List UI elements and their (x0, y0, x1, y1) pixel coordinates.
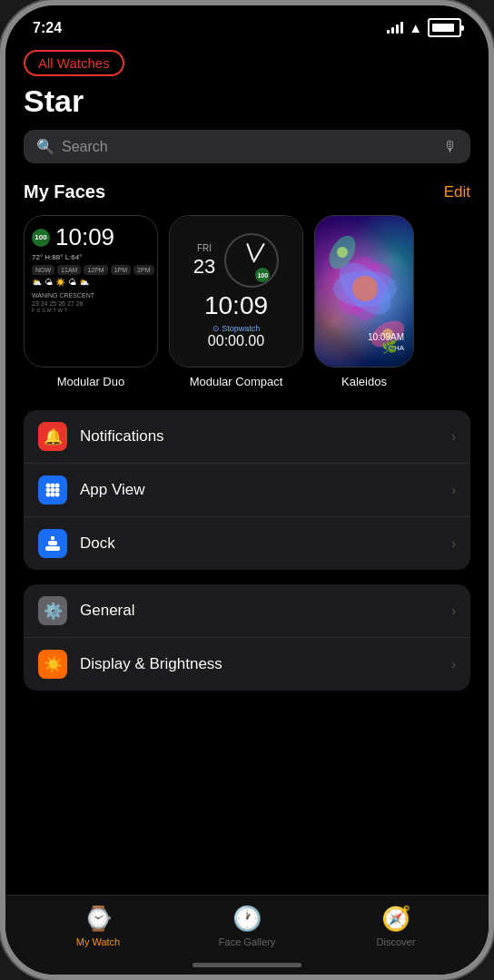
my-faces-header: My Faces Edit (24, 181, 470, 202)
settings-group-1: 🔔 Notifications › App View (24, 410, 470, 570)
mc-day: FRI (193, 243, 215, 253)
edit-button[interactable]: Edit (444, 183, 470, 201)
face-item-modular-duo[interactable]: 100 10:09 72° H:88° L:64° NOW 11AM 12PM … (24, 215, 158, 388)
all-watches-button[interactable]: All Watches (24, 50, 124, 76)
svg-point-15 (46, 493, 51, 497)
mc-complication-label: Stopwatch (222, 324, 260, 333)
general-icon: ⚙️ (38, 596, 67, 625)
discover-icon: 🧭 (381, 905, 410, 933)
status-time: 7:24 (33, 20, 62, 36)
dock-icon (38, 529, 67, 558)
modular-duo-time: 10:09 (55, 223, 114, 251)
modular-duo-badge: 100 (32, 229, 50, 247)
chevron-icon: › (451, 603, 456, 618)
mc-date: 23 (193, 255, 215, 279)
battery-icon (428, 18, 461, 37)
face-card-kaleidoscope[interactable]: 10:09AM CHA 🌿 (314, 215, 414, 368)
phone-frame: 7:24 ▲ (0, 0, 494, 980)
svg-point-11 (55, 484, 60, 488)
my-faces-title: My Faces (24, 181, 105, 202)
modular-duo-moon: WANING CRESCENT (32, 292, 150, 299)
general-label: General (80, 602, 439, 620)
wifi-icon: ▲ (409, 20, 422, 35)
face-card-modular-compact[interactable]: FRI 23 100 (169, 215, 303, 368)
chevron-icon: › (451, 429, 456, 444)
face-label-modular-duo: Modular Duo (57, 375, 124, 388)
settings-item-display-brightness[interactable]: ☀️ Display & Brightness › (24, 638, 470, 691)
tab-discover[interactable]: 🧭 Discover (321, 905, 470, 947)
svg-point-10 (51, 484, 55, 488)
svg-point-4 (352, 276, 378, 301)
face-item-kaleidoscope[interactable]: 10:09AM CHA 🌿 Kaleidos (314, 215, 414, 388)
mc-complication: ⊙ Stopwatch (212, 324, 261, 333)
settings-item-dock[interactable]: Dock › (24, 517, 470, 570)
svg-point-13 (51, 488, 55, 493)
display-brightness-icon: ☀️ (38, 650, 67, 679)
svg-rect-18 (45, 546, 60, 551)
mc-stop-time: 00:00.00 (208, 333, 264, 349)
home-indicator (193, 963, 301, 967)
kaleido-time: 10:09AM CHA 🌿 (368, 332, 404, 352)
face-card-modular-duo[interactable]: 100 10:09 72° H:88° L:64° NOW 11AM 12PM … (24, 215, 158, 368)
face-label-modular-compact: Modular Compact (190, 375, 283, 388)
my-watch-label: My Watch (76, 936, 121, 947)
settings-item-general[interactable]: ⚙️ General › (24, 584, 470, 638)
search-bar[interactable]: 🔍 Search 🎙 (24, 130, 470, 163)
app-view-label: App View (80, 481, 439, 499)
status-icons: ▲ (387, 18, 461, 37)
dock-label: Dock (80, 534, 439, 553)
notch (188, 5, 306, 31)
face-gallery-label: Face Gallery (219, 936, 275, 947)
svg-rect-19 (48, 541, 57, 545)
tab-face-gallery[interactable]: 🕐 Face Gallery (173, 905, 321, 947)
leaf-icon: 🌿 (381, 339, 397, 354)
microphone-icon[interactable]: 🎙 (443, 139, 458, 155)
signal-icon (387, 22, 403, 34)
svg-point-17 (55, 493, 60, 497)
notifications-label: Notifications (80, 427, 439, 446)
chevron-icon: › (451, 536, 456, 551)
faces-scroll: 100 10:09 72° H:88° L:64° NOW 11AM 12PM … (24, 215, 470, 388)
settings-item-notifications[interactable]: 🔔 Notifications › (24, 410, 470, 464)
page-title: Star (24, 83, 470, 119)
notifications-icon: 🔔 (38, 422, 67, 451)
search-placeholder: Search (62, 139, 436, 155)
face-gallery-icon: 🕐 (232, 905, 262, 933)
chevron-icon: › (451, 483, 456, 497)
main-content: All Watches Star 🔍 Search 🎙 My Faces Edi… (5, 43, 489, 895)
settings-group-2: ⚙️ General › ☀️ Display & Brightness › (24, 584, 470, 691)
svg-point-14 (55, 488, 60, 493)
svg-point-12 (46, 488, 51, 493)
modular-duo-weather: 72° H:88° L:64° (32, 253, 150, 261)
svg-point-9 (46, 484, 51, 488)
face-item-modular-compact[interactable]: FRI 23 100 (169, 215, 303, 388)
tab-my-watch[interactable]: ⌚ My Watch (24, 905, 173, 947)
face-label-kaleidoscope: Kaleidos (341, 375, 387, 388)
display-brightness-label: Display & Brightness (80, 655, 439, 673)
discover-label: Discover (377, 936, 416, 947)
chevron-icon: › (451, 657, 456, 671)
app-view-icon (38, 475, 67, 505)
svg-point-7 (337, 247, 348, 258)
svg-point-16 (51, 493, 55, 497)
settings-item-app-view[interactable]: App View › (24, 464, 470, 517)
search-icon: 🔍 (36, 138, 54, 155)
mc-time: 10:09 (204, 291, 268, 320)
my-watch-icon: ⌚ (84, 905, 113, 933)
svg-rect-20 (51, 536, 54, 540)
